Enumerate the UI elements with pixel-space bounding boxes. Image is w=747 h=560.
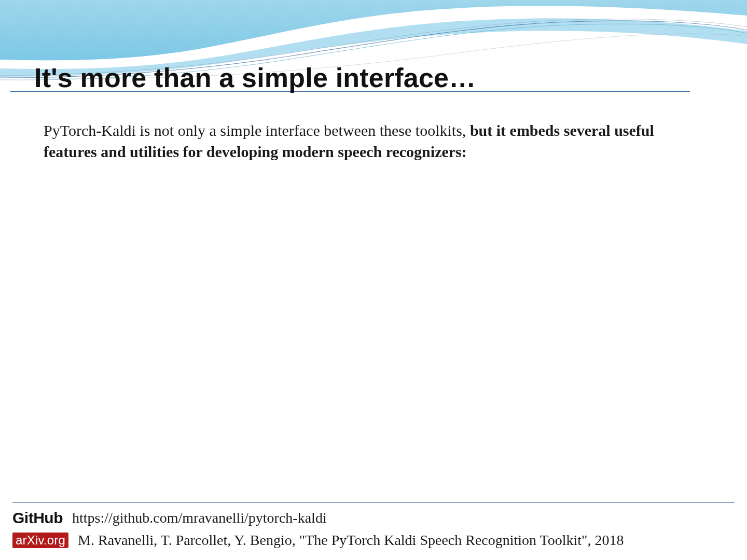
- body-text-normal: PyTorch-Kaldi is not only a simple inter…: [44, 122, 470, 139]
- arxiv-badge: arXiv.org: [12, 533, 68, 548]
- footer-github-row: GitHub https://github.com/mravanelli/pyt…: [12, 509, 735, 527]
- footer-divider: [12, 502, 735, 503]
- slide-title: It's more than a simple interface…: [34, 62, 690, 93]
- slide-footer: GitHub https://github.com/mravanelli/pyt…: [0, 502, 747, 558]
- footer-arxiv-row: arXiv.org M. Ravanelli, T. Parcollet, Y.…: [12, 532, 735, 549]
- github-logo: GitHub: [12, 509, 63, 527]
- citation-text: M. Ravanelli, T. Parcollet, Y. Bengio, "…: [78, 532, 735, 549]
- slide-title-container: It's more than a simple interface…: [10, 62, 690, 92]
- slide-body: PyTorch-Kaldi is not only a simple inter…: [44, 120, 695, 162]
- github-url: https://github.com/mravanelli/pytorch-ka…: [72, 510, 735, 526]
